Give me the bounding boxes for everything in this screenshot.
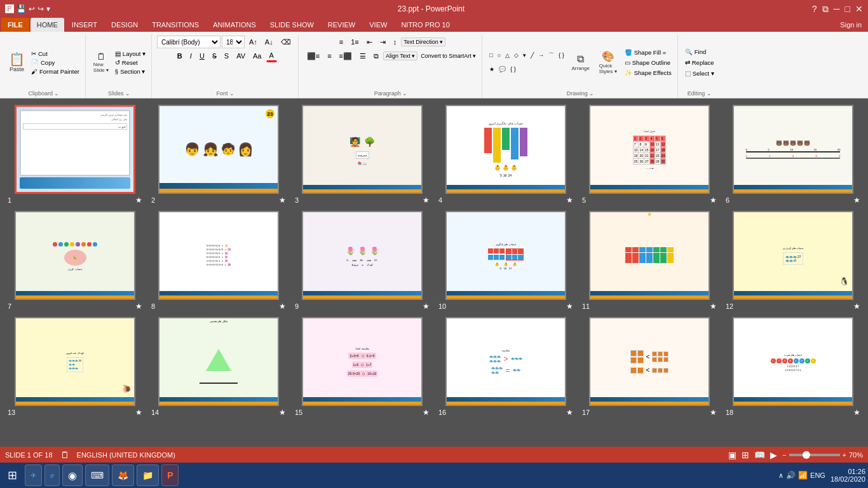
slide-star-6[interactable]: ★ — [853, 196, 860, 205]
slide-thumb-15[interactable]: مقایسه اعداد 2+3=5⬡6-1=5 1+8⬡1+7 25-5=20… — [302, 317, 423, 406]
taskbar-telegram[interactable]: ✈ — [25, 464, 42, 486]
reset-button[interactable]: ↺ Reset — [113, 58, 147, 67]
slide-star-12[interactable]: ★ — [853, 302, 860, 311]
convert-smartart-button[interactable]: Convert to SmartArt ▾ — [419, 52, 478, 60]
slide-star-16[interactable]: ★ — [566, 408, 573, 417]
shape-equation-button[interactable]: { } — [508, 63, 518, 76]
bullets-button[interactable]: ≡ — [336, 36, 346, 48]
slide-star-8[interactable]: ★ — [279, 302, 286, 311]
tab-transitions[interactable]: TRANSITIONS — [146, 18, 205, 32]
language-selector[interactable]: ENG — [810, 471, 825, 479]
undo-icon[interactable]: ↩ — [29, 4, 35, 13]
tab-animations[interactable]: ANIMATIONS — [207, 18, 262, 32]
underline-button[interactable]: U — [196, 50, 208, 62]
copy-button[interactable]: 📄 Copy — [29, 58, 81, 67]
align-center-button[interactable]: ≡ — [324, 50, 334, 62]
redo-icon[interactable]: ↪ — [37, 4, 44, 13]
slide-star-1[interactable]: ★ — [135, 196, 142, 205]
slide-star-9[interactable]: ★ — [423, 302, 430, 311]
layout-button[interactable]: ▤ Layout ▾ — [113, 50, 147, 58]
shape-diamond-button[interactable]: ◇ — [512, 49, 520, 62]
slide-star-4[interactable]: ★ — [566, 196, 573, 205]
font-name-select[interactable]: Calibri (Body) — [157, 36, 220, 48]
slideshow-view-icon[interactable]: ▶ — [770, 450, 777, 460]
find-button[interactable]: 🔍 Find — [683, 48, 716, 56]
notes-icon[interactable]: 🗒 — [60, 450, 69, 460]
tab-nitro[interactable]: NITRO PRO 10 — [395, 18, 456, 32]
slide-star-18[interactable]: ★ — [853, 408, 860, 417]
align-left-button[interactable]: ⬛≡ — [304, 50, 323, 62]
shape-line-button[interactable]: ╱ — [529, 49, 536, 62]
slide-thumb-1[interactable]: متن نوشتاری تمرین فارسی بیایی ری اشکایی … — [15, 105, 135, 194]
shape-triangle-button[interactable]: △ — [503, 49, 512, 62]
shape-rect-button[interactable]: □ — [487, 49, 494, 62]
tray-expand-icon[interactable]: ∧ — [778, 471, 783, 480]
slide-star-3[interactable]: ★ — [423, 196, 430, 205]
help-icon[interactable]: ? — [812, 4, 817, 14]
start-button[interactable]: ⊞ — [3, 466, 22, 485]
slide-thumb-16[interactable]: مقایسه 🐟🐟🐟 🐟🐟🐟 > 🐟🐟🐟 — [445, 317, 566, 406]
justify-button[interactable]: ☰ — [356, 50, 369, 62]
tab-file[interactable]: FILE — [1, 18, 29, 32]
shape-curve-button[interactable]: ⌒ — [546, 49, 556, 62]
slide-thumb-2[interactable]: 👦👧 🧒👩 23 — [158, 105, 279, 194]
shape-oval-button[interactable]: ○ — [496, 49, 503, 62]
zoom-slider[interactable] — [789, 454, 840, 456]
maximize-icon[interactable]: □ — [845, 4, 850, 14]
tab-design[interactable]: DESIGN — [105, 18, 144, 32]
font-size-select[interactable]: 18 — [222, 36, 245, 48]
slide-star-2[interactable]: ★ — [279, 196, 286, 205]
slide-star-15[interactable]: ★ — [423, 408, 430, 417]
arrange-button[interactable]: ⧉ Arrange — [568, 43, 593, 81]
line-spacing-button[interactable]: ↕ — [390, 36, 400, 48]
slide-star-17[interactable]: ★ — [710, 408, 717, 417]
tab-view[interactable]: VIEW — [363, 18, 393, 32]
decrease-indent-button[interactable]: ⇤ — [363, 36, 376, 48]
tab-home[interactable]: HOME — [31, 18, 64, 32]
replace-button[interactable]: ⇄ Replace — [683, 58, 716, 67]
shape-effects-button[interactable]: ✨ Shape Effects — [623, 69, 674, 77]
numbering-button[interactable]: 1≡ — [348, 36, 362, 48]
zoom-increase-icon[interactable]: + — [843, 451, 846, 459]
shape-fill-button[interactable]: 🪣 Shape Fill = — [623, 48, 674, 57]
slide-star-13[interactable]: ★ — [135, 408, 142, 417]
slide-star-10[interactable]: ★ — [566, 302, 573, 311]
taskbar-folder[interactable]: 📁 — [137, 464, 159, 486]
shape-callout-button[interactable]: 💬 — [497, 63, 508, 76]
section-button[interactable]: § Section ▾ — [113, 67, 147, 76]
slide-thumb-18[interactable]: حساب های ضرب 1 2 3 4 6 8 9 0 194837 — [733, 317, 853, 406]
shape-bracket-button[interactable]: { } — [557, 49, 566, 62]
slide-star-14[interactable]: ★ — [279, 408, 286, 417]
slide-thumb-3[interactable]: 🧑‍🏫 🌳 مدرسه 📚 📖 — [302, 105, 423, 194]
shape-more-button[interactable]: ▾ — [521, 49, 528, 62]
slide-sorter-icon[interactable]: ⊞ — [742, 450, 749, 460]
increase-font-button[interactable]: A↑ — [246, 36, 261, 48]
slide-thumb-12[interactable]: حساب های کردن ی 🐟🐟🐟 27 🐟🐟 /// 🐧 — [733, 211, 853, 300]
font-color-button[interactable]: A — [266, 50, 277, 62]
zoom-decrease-icon[interactable]: − — [782, 451, 786, 459]
slide-star-7[interactable]: ★ — [135, 302, 142, 311]
restore-icon[interactable]: ⧉ — [822, 4, 829, 15]
shape-outline-button[interactable]: ▭ Shape Outline — [623, 58, 674, 67]
quick-styles-button[interactable]: 🎨 QuickStyles ▾ — [595, 43, 621, 81]
taskbar-powerpoint[interactable]: P — [161, 464, 179, 486]
align-text-button[interactable]: Align Text ▾ — [383, 51, 417, 60]
align-right-button[interactable]: ≡⬛ — [336, 50, 355, 62]
slide-thumb-11[interactable]: ☀️ — [589, 211, 710, 300]
taskbar-keyboard[interactable]: ⌨ — [85, 464, 109, 486]
slide-thumb-17[interactable]: < — [589, 317, 710, 406]
new-slide-button[interactable]: 🗒 NewSlide ▾ — [91, 43, 111, 81]
save-icon[interactable]: 💾 — [17, 4, 26, 13]
cut-button[interactable]: ✂ Cut — [29, 50, 81, 58]
tab-slideshow[interactable]: SLIDE SHOW — [264, 18, 320, 32]
slide-star-5[interactable]: ★ — [710, 196, 717, 205]
paste-button[interactable]: 📋 Paste — [6, 43, 27, 81]
decrease-font-button[interactable]: A↓ — [262, 36, 276, 48]
system-clock[interactable]: 01:26 18/02/2020 — [831, 468, 865, 483]
taskbar-firefox[interactable]: 🦊 — [112, 464, 134, 486]
bold-button[interactable]: B — [174, 50, 186, 62]
taskbar-chrome[interactable]: ◉ — [62, 464, 83, 486]
slide-thumb-14[interactable]: شکل های هندسی — [158, 317, 279, 406]
italic-button[interactable]: I — [187, 50, 195, 62]
slide-thumb-13[interactable]: کودک عدد امروز 🐟🐟🐟 55 🐟🐟 🐟🐟🐟 🐌 — [15, 317, 135, 406]
